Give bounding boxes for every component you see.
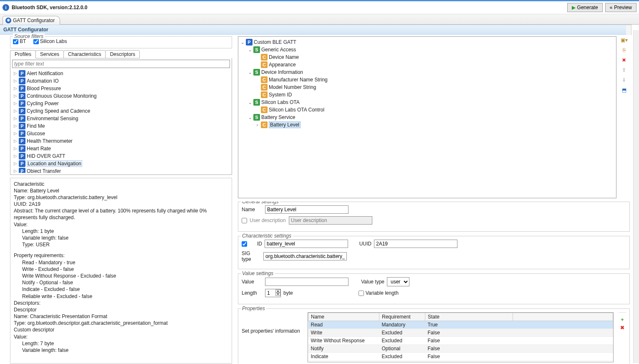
node-icon: P: [246, 39, 253, 46]
profile-item[interactable]: ▷PLocation and Navigation: [12, 160, 230, 167]
filter-input[interactable]: [12, 60, 230, 68]
profile-item[interactable]: ▷PAutomation IO: [12, 77, 230, 85]
value-settings: Value settings Value Value type user Len…: [238, 273, 630, 304]
profile-item[interactable]: ▷PCycling Speed and Cadence: [12, 107, 230, 115]
copy-icon[interactable]: ⎘: [620, 47, 628, 55]
profile-item[interactable]: ▷PObject Transfer: [12, 167, 230, 173]
tree-item[interactable]: CSystem ID: [240, 91, 614, 99]
profile-list[interactable]: ▷PAlert Notification▷PAutomation IO▷PBlo…: [12, 70, 230, 173]
expander-icon[interactable]: ⌄: [248, 100, 252, 105]
profile-item[interactable]: ▷PHeart Rate: [12, 145, 230, 152]
profile-icon: P: [19, 115, 25, 122]
characteristic-settings: Characteristic settings ID UUID SIG type: [238, 236, 630, 269]
tab-services[interactable]: Services: [35, 50, 64, 58]
sig-type-input[interactable]: [263, 252, 347, 260]
export-icon[interactable]: ⬒: [620, 87, 628, 95]
profile-icon: P: [19, 70, 25, 77]
value-type-select[interactable]: user: [387, 277, 409, 286]
expander-icon[interactable]: ⌄: [248, 115, 252, 120]
tree-item[interactable]: CDevice Name: [240, 53, 614, 61]
tree-item[interactable]: CAppearance: [240, 61, 614, 68]
profile-item[interactable]: ▷PHealth Thermometer: [12, 137, 230, 145]
delete-icon[interactable]: ✖: [620, 57, 628, 65]
tree-item[interactable]: ⌄SSilicon Labs OTA: [240, 99, 614, 106]
profile-icon: P: [19, 168, 25, 173]
user-description-input: [289, 216, 372, 225]
move-up-icon[interactable]: ⇧: [620, 67, 628, 75]
profile-item[interactable]: ▷PFind Me: [12, 122, 230, 130]
id-input[interactable]: [265, 240, 348, 248]
profile-icon: P: [19, 138, 25, 144]
profile-item[interactable]: ▷PHID OVER GATT: [12, 152, 230, 160]
table-row[interactable]: ReadMandatoryTrue: [308, 321, 613, 329]
profile-icon: P: [19, 153, 25, 159]
tree-item[interactable]: CModel Number String: [240, 83, 614, 91]
tab-descriptors[interactable]: Descriptors: [105, 50, 140, 58]
tree-item[interactable]: CManufacturer Name String: [240, 76, 614, 83]
profile-item[interactable]: ▷PEnvironmental Sensing: [12, 115, 230, 122]
node-icon: C: [261, 76, 268, 83]
general-settings: General settings Name User description: [238, 202, 630, 232]
user-description-checkbox[interactable]: [242, 218, 247, 223]
tab-characteristics[interactable]: Characteristics: [63, 50, 106, 58]
profile-icon: P: [19, 160, 25, 167]
profile-icon: P: [19, 93, 25, 99]
profile-item[interactable]: ▷PContinuous Glucose Monitoring: [12, 92, 230, 100]
expander-icon[interactable]: ›: [255, 123, 260, 127]
tree-item[interactable]: CSilicon Labs OTA Control: [240, 106, 614, 114]
silicon-labs-checkbox[interactable]: Silicon Labs: [33, 38, 67, 44]
profile-icon: P: [19, 130, 25, 137]
properties-section: Properties Set properties' information N…: [238, 308, 630, 364]
characteristic-detail: Characteristic Name: Battery Level Type:…: [10, 178, 232, 364]
gatt-tree[interactable]: ⌄PCustom BLE GATT⌄SGeneric AccessCDevice…: [238, 36, 616, 198]
info-icon: i: [3, 4, 9, 11]
table-row[interactable]: Write Without ResponseExcludedFalse: [308, 337, 613, 345]
profile-item[interactable]: ▷PGlucose: [12, 130, 230, 137]
tab-profiles[interactable]: Profiles: [10, 50, 36, 58]
add-property-button[interactable]: ＋: [619, 316, 626, 323]
name-input[interactable]: [265, 205, 349, 214]
tab-gatt-configurator[interactable]: ✱ GATT Configurator: [3, 16, 60, 25]
node-icon: S: [253, 114, 260, 121]
tree-item[interactable]: ⌄SDevice Information: [240, 68, 614, 76]
generate-button[interactable]: ▶Generate: [567, 3, 603, 12]
remove-property-button[interactable]: ✖: [619, 325, 626, 331]
move-down-icon[interactable]: ⇩: [620, 77, 628, 85]
expander-icon[interactable]: ⌄: [248, 48, 252, 52]
table-row[interactable]: IndicateExcludedFalse: [308, 353, 613, 361]
profile-item[interactable]: ▷PAlert Notification: [12, 70, 230, 77]
node-icon: S: [253, 46, 260, 53]
profile-item[interactable]: ▷PBlood Pressure: [12, 85, 230, 92]
new-item-icon[interactable]: ▣▾: [620, 37, 628, 45]
length-down[interactable]: ▾: [275, 293, 280, 296]
table-row[interactable]: WriteExcludedFalse: [308, 329, 613, 337]
node-icon: C: [261, 84, 268, 91]
tree-item[interactable]: ⌄SGeneric Access: [240, 46, 614, 53]
bt-checkbox[interactable]: BT: [13, 38, 26, 44]
node-icon: S: [253, 99, 260, 106]
profile-icon: P: [19, 78, 25, 84]
tree-item[interactable]: ⌄SBattery Service: [240, 114, 614, 121]
value-input[interactable]: [265, 278, 349, 286]
id-checkbox[interactable]: [242, 241, 247, 247]
node-icon: C: [261, 91, 268, 98]
node-icon: C: [261, 121, 268, 128]
profile-icon: P: [19, 123, 25, 129]
node-icon: C: [261, 61, 268, 68]
preview-button[interactable]: «Preview: [605, 3, 636, 12]
variable-length-checkbox[interactable]: Variable length: [359, 290, 399, 296]
expander-icon[interactable]: ⌄: [240, 40, 245, 45]
profile-icon: P: [19, 108, 25, 114]
profile-item[interactable]: ▷PCycling Power: [12, 100, 230, 107]
node-icon: S: [253, 69, 260, 76]
profile-icon: P: [19, 145, 25, 152]
tree-item[interactable]: ›CBattery Level: [240, 121, 614, 129]
expander-icon[interactable]: ⌄: [248, 70, 252, 75]
profile-icon: P: [19, 85, 25, 92]
properties-table[interactable]: Name Requirement State ReadMandatoryTrue…: [308, 312, 614, 362]
table-row[interactable]: NotifyOptionalFalse: [308, 345, 613, 353]
uuid-input[interactable]: [374, 240, 457, 248]
tree-item[interactable]: ⌄PCustom BLE GATT: [240, 38, 614, 46]
node-icon: C: [261, 54, 268, 61]
bluetooth-icon: ✱: [5, 18, 11, 23]
